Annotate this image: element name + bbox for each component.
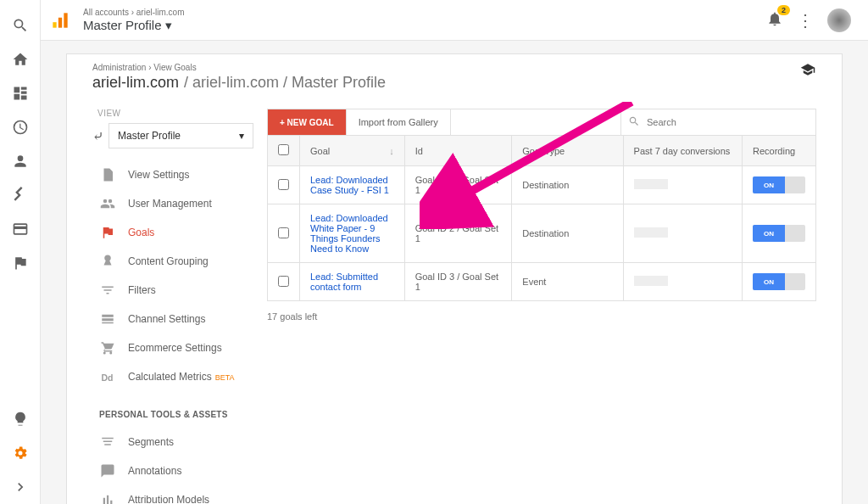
back-arrow-icon[interactable]: ⤶: [92, 128, 103, 144]
nav-view-settings[interactable]: View Settings: [92, 160, 253, 189]
table-row: Lead: Downloaded Case Study - FSI 1Goal …: [268, 166, 816, 204]
apps-menu-icon[interactable]: ⋮: [797, 10, 814, 31]
col-conversions[interactable]: Past 7 day conversions: [623, 136, 742, 166]
row-checkbox[interactable]: [268, 263, 300, 301]
goal-id-cell: Goal ID 1 / Goal Set 1: [404, 166, 512, 204]
profile-selector[interactable]: Master Profile▾: [83, 18, 184, 33]
admin-sidebar: VIEW ⤶ Master Profile▾ View Settings Use…: [92, 109, 253, 504]
lightbulb-icon[interactable]: [0, 402, 41, 436]
annotation-icon: [99, 462, 116, 479]
recording-toggle[interactable]: ON: [753, 273, 805, 290]
svg-text:Dd: Dd: [102, 372, 114, 383]
nav-calculated-metrics[interactable]: DdCalculated MetricsBETA: [92, 362, 253, 391]
goal-name-cell[interactable]: Lead: Downloaded White Paper - 9 Things …: [300, 204, 405, 263]
search-box[interactable]: [620, 109, 815, 135]
goals-remaining: 17 goals left: [267, 311, 816, 322]
col-type[interactable]: Goal Type: [512, 136, 623, 166]
new-goal-button[interactable]: + NEW GOAL: [268, 109, 346, 135]
row-checkbox[interactable]: [268, 166, 300, 204]
col-goal[interactable]: Goal↓: [300, 136, 405, 166]
nav-label: View Settings: [128, 169, 190, 181]
analytics-logo-icon: [49, 9, 71, 31]
segments-icon: [99, 434, 116, 451]
nav-label: Attribution Models: [128, 494, 209, 504]
search-icon[interactable]: [0, 8, 41, 42]
recording-cell[interactable]: ON: [743, 263, 816, 301]
channel-icon: [99, 311, 116, 328]
col-id[interactable]: Id: [404, 136, 512, 166]
nav-label: Filters: [128, 284, 156, 296]
conversions-cell: [623, 166, 742, 204]
nav-channel-settings[interactable]: Channel Settings: [92, 305, 253, 333]
caret-down-icon: ▾: [165, 18, 172, 33]
svg-rect-0: [53, 22, 56, 27]
nav-goals[interactable]: Goals: [92, 218, 253, 247]
nav-label: Segments: [128, 436, 174, 448]
search-input[interactable]: [643, 110, 809, 134]
goal-type-cell: Destination: [512, 166, 623, 204]
nav-label: Ecommerce Settings: [128, 342, 222, 354]
view-label: VIEW: [92, 109, 253, 118]
nav-annotations[interactable]: Annotations: [92, 456, 253, 485]
admin-breadcrumb[interactable]: Administration › View Goals: [92, 63, 816, 72]
view-selector[interactable]: Master Profile▾: [108, 123, 253, 148]
recording-cell[interactable]: ON: [743, 166, 816, 204]
account-breadcrumb[interactable]: All accounts › ariel-lim.com: [83, 8, 184, 18]
dashboard-icon[interactable]: [0, 76, 41, 110]
search-icon: [628, 115, 640, 130]
nav-label: Content Grouping: [128, 255, 209, 267]
clock-icon[interactable]: [0, 110, 41, 144]
nav-user-management[interactable]: User Management: [92, 189, 253, 218]
nav-segments[interactable]: Segments: [92, 428, 253, 456]
card-icon[interactable]: [0, 212, 41, 246]
col-checkbox[interactable]: [268, 136, 300, 166]
conversions-cell: [623, 204, 742, 263]
left-rail: [0, 0, 41, 504]
nav-filters[interactable]: Filters: [92, 276, 253, 305]
goal-id-cell: Goal ID 2 / Goal Set 1: [404, 204, 512, 263]
grouping-icon: [99, 253, 116, 270]
education-icon[interactable]: [798, 62, 817, 77]
goal-name-cell[interactable]: Lead: Downloaded Case Study - FSI 1: [300, 166, 405, 204]
col-recording[interactable]: Recording: [743, 136, 816, 166]
nav-ecommerce[interactable]: Ecommerce Settings: [92, 333, 253, 362]
flag-icon: [99, 224, 116, 241]
goals-table: Goal↓ Id Goal Type Past 7 day conversion…: [267, 135, 816, 301]
attribution-icon: [99, 491, 116, 504]
filter-icon: [99, 282, 116, 299]
row-checkbox[interactable]: [268, 204, 300, 263]
caret-down-icon: ▾: [239, 130, 244, 142]
goals-toolbar: + NEW GOAL Import from Gallery: [267, 109, 816, 135]
recording-cell[interactable]: ON: [743, 204, 816, 263]
cart-icon: [99, 339, 116, 356]
goal-name-cell[interactable]: Lead: Submitted contact form: [300, 263, 405, 301]
home-icon[interactable]: [0, 42, 41, 76]
document-icon: [99, 166, 116, 183]
sort-icon: ↓: [389, 146, 394, 156]
gear-icon[interactable]: [0, 436, 41, 470]
notifications-bell-icon[interactable]: 2: [766, 10, 783, 30]
metrics-icon: Dd: [99, 368, 116, 385]
nav-label: Calculated MetricsBETA: [128, 371, 235, 383]
view-selector-value: Master Profile: [118, 130, 181, 142]
recording-toggle[interactable]: ON: [753, 225, 805, 242]
profile-title: Master Profile: [83, 18, 162, 33]
goal-id-cell: Goal ID 3 / Goal Set 1: [404, 263, 512, 301]
users-icon: [99, 195, 116, 212]
goal-type-cell: Event: [512, 263, 623, 301]
avatar[interactable]: [827, 8, 851, 32]
recording-toggle[interactable]: ON: [753, 176, 805, 193]
behavior-icon[interactable]: [0, 178, 41, 212]
notification-badge: 2: [777, 5, 790, 15]
page-title: ariel-lim.com / ariel-lim.com / Master P…: [92, 74, 816, 92]
nav-attribution[interactable]: Attribution Models: [92, 485, 253, 504]
conversions-cell: [623, 263, 742, 301]
import-from-gallery-button[interactable]: Import from Gallery: [346, 109, 451, 135]
nav-label: Goals: [128, 227, 154, 238]
nav-label: User Management: [128, 198, 212, 210]
chevron-right-icon[interactable]: [0, 470, 41, 504]
nav-content-grouping[interactable]: Content Grouping: [92, 247, 253, 276]
table-row: Lead: Downloaded White Paper - 9 Things …: [268, 204, 816, 263]
flag-icon[interactable]: [0, 246, 41, 280]
person-icon[interactable]: [0, 144, 41, 178]
